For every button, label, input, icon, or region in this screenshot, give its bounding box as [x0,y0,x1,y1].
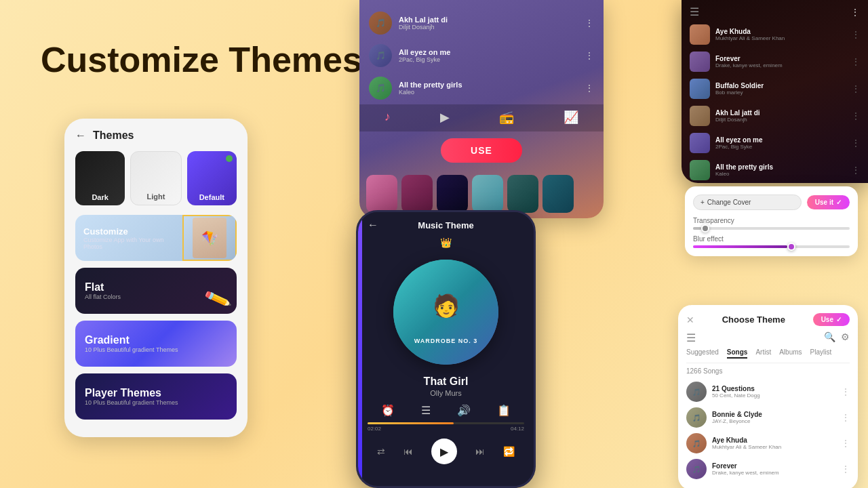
right-menu-icon-4[interactable]: ⋮ [852,138,860,148]
right-song-item-0[interactable]: Aye Khuda Mukhtyar Ali & Sameer Khan ⋮ [682,21,868,48]
use-button[interactable]: USE [441,138,522,163]
bottom-title-3: Forever [712,462,836,470]
bottom-song-1[interactable]: 🎵 Bonnie & Clyde JAY-Z, Beyonce ⋮ [686,405,850,430]
theme-card-customize[interactable]: Customize Customize App with Your own Ph… [75,215,237,261]
right-panel-menu[interactable]: ⋮ [850,7,860,18]
song-menu-icon-0[interactable]: ⋮ [585,18,594,28]
right-song-item-5[interactable]: All the pretty girls Kaleo ⋮ [682,157,868,183]
tab-songs[interactable]: Songs [727,348,748,359]
blur-slider[interactable] [693,245,850,248]
swatch-4[interactable] [507,175,538,213]
bottom-song-3[interactable]: 🎵 Forever Drake, kanye west, eminem ⋮ [686,456,850,482]
queue-icon[interactable]: ☰ [421,404,431,417]
theme-card-gradient[interactable]: Gradient 10 Plus Beautiful gradient Them… [75,321,237,367]
right-thumb-4 [690,133,710,153]
right-menu-icon-0[interactable]: ⋮ [852,30,860,39]
bottom-song-0[interactable]: 🎵 21 Questions 50 Cent, Nate Dogg ⋮ [686,379,850,405]
theme-option-default[interactable]: Default [187,151,237,205]
right-song-item-2[interactable]: Buffalo Soldier Bob marley ⋮ [682,75,868,102]
tab-albums[interactable]: Albums [779,348,802,359]
blur-thumb[interactable] [787,243,795,251]
right-song-item-3[interactable]: Akh Lal jatt di Diljit Dosanjh ⋮ [682,102,868,129]
song-menu-icon-1[interactable]: ⋮ [585,50,594,61]
phone-back-arrow[interactable]: ← [368,219,378,231]
right-thumb-2 [690,79,710,99]
bottom-song-info-3: Forever Drake, kanye west, eminem [712,462,836,476]
song-menu-icon-2[interactable]: ⋮ [585,83,594,94]
bottom-menu-0[interactable]: ⋮ [842,387,850,396]
right-menu-icon-3[interactable]: ⋮ [852,111,860,121]
use-it-button[interactable]: Use it ✓ [807,195,850,209]
cover-row: + Change Cover Use it ✓ [693,195,850,210]
change-cover-button[interactable]: + Change Cover [693,195,802,210]
next-icon[interactable]: ⏭ [475,446,485,457]
hamburger-icon[interactable]: ☰ [690,5,699,18]
progress-bar[interactable]: 02:02 04:12 [368,422,524,432]
song-info-0: Akh Lal jatt di Diljit Dosanjh [399,16,578,30]
themes-header: ← Themes [75,129,237,142]
tab-radio[interactable]: 📻 [499,110,514,125]
right-menu-icon-2[interactable]: ⋮ [852,84,860,94]
close-button[interactable]: ✕ [686,314,694,325]
song-thumb-0: 🎵 [369,12,392,35]
swatch-3[interactable] [472,175,503,213]
transparency-slider[interactable] [693,227,850,230]
tab-playlist[interactable]: Playlist [810,348,832,359]
volume-icon[interactable]: 🔊 [457,404,471,417]
progress-track [368,422,524,424]
back-arrow-icon[interactable]: ← [75,129,86,142]
prev-icon[interactable]: ⏮ [403,446,413,457]
right-song-title-5: All the pretty girls [715,163,846,171]
theme-option-light[interactable]: Light [130,151,181,205]
swatch-1[interactable] [401,175,433,213]
song-info-1: All eyez on me 2Pac, Big Syke [399,48,578,63]
alarm-icon[interactable]: ⏰ [381,404,395,417]
swatch-5[interactable] [542,175,574,213]
song-artist-2: Kaleo [399,89,578,96]
bottom-song-2[interactable]: 🎵 Aye Khuda Mukhtyar Ali & Sameer Khan ⋮ [686,430,850,456]
right-song-item-4[interactable]: All eyez on me 2Pac, Big Syke ⋮ [682,129,868,157]
tab-video[interactable]: ▶ [440,110,450,125]
song-thumb-1: 🎵 [369,44,392,67]
search-icon[interactable]: 🔍 [824,331,835,344]
active-indicator [226,155,233,162]
song-list-item-2[interactable]: 🎵 All the pretty girls Kaleo ⋮ [359,72,604,104]
list-icon[interactable]: 📋 [497,404,511,417]
bottom-thumb-3: 🎵 [686,459,707,479]
right-song-info-5: All the pretty girls Kaleo [715,163,846,177]
use-small-button[interactable]: Use ✓ [813,313,850,326]
right-menu-icon-5[interactable]: ⋮ [852,165,860,175]
bottom-menu-3[interactable]: ⋮ [842,464,850,474]
right-top-panel: ☰ ⋮ Aye Khuda Mukhtyar Ali & Sameer Khan… [682,0,868,183]
blur-fill [693,245,787,248]
bottom-menu-2[interactable]: ⋮ [842,439,850,448]
tab-trending[interactable]: 📈 [564,110,578,125]
right-song-artist-0: Mukhtyar Ali & Sameer Khan [715,35,846,41]
tab-music[interactable]: ♪ [384,110,391,125]
song-list-item-0[interactable]: 🎵 Akh Lal jatt di Diljit Dosanjh ⋮ [359,7,604,39]
album-area: 🧑 WARDROBE NO. 3 [358,249,534,371]
right-menu-icon-1[interactable]: ⋮ [852,57,860,66]
swatch-2[interactable] [437,175,468,213]
right-song-item-1[interactable]: Forever Drake, kanye west, eminem ⋮ [682,48,868,75]
tab-suggested[interactable]: Suggested [686,348,719,359]
tab-artist[interactable]: Artist [755,348,771,359]
center-top-panel: 🎵 Akh Lal jatt di Diljit Dosanjh ⋮ 🎵 All… [359,0,604,218]
song-title-2: All the pretty girls [399,81,578,89]
bottom-menu-1[interactable]: ⋮ [842,413,850,422]
repeat-icon[interactable]: 🔁 [503,446,515,457]
flat-card-title: Flat [85,281,121,293]
themes-panel-title: Themes [93,129,134,142]
transparency-thumb[interactable] [701,224,709,232]
theme-card-flat[interactable]: Flat All flat Colors ✏️ [75,268,237,314]
right-mid-panel: + Change Cover Use it ✓ Transparency Blu… [685,186,858,256]
hamburger-icon-2[interactable]: ☰ [686,331,696,344]
play-button[interactable]: ▶ [431,439,457,464]
theme-option-dark[interactable]: Dark [75,151,125,205]
swatch-0[interactable] [366,175,397,213]
filter-icon[interactable]: ⚙ [841,331,850,344]
themes-panel: ← Themes Dark Light Default Customize Cu… [64,119,248,437]
shuffle-icon[interactable]: ⇄ [377,446,385,457]
theme-card-player[interactable]: Player Themes 10 Plus Beautiful gradient… [75,373,237,420]
song-list-item-1[interactable]: 🎵 All eyez on me 2Pac, Big Syke ⋮ [359,39,604,72]
